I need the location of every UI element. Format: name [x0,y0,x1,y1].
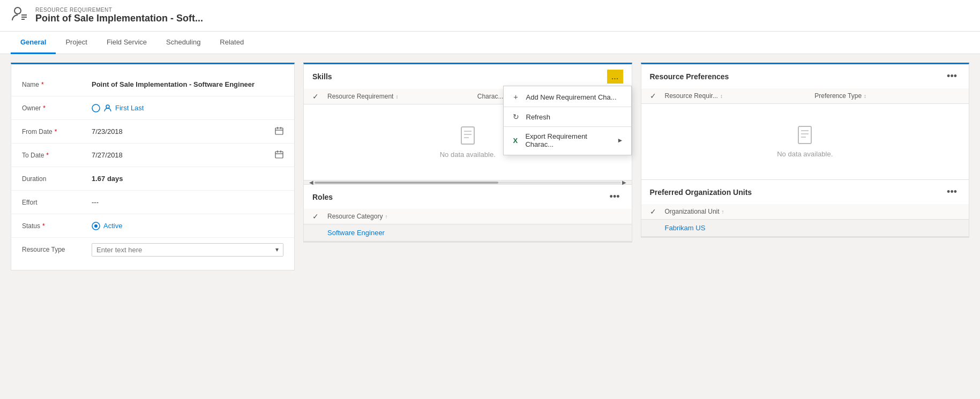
nav-tabs: General Project Field Service Scheduling… [0,32,980,54]
svg-point-15 [94,224,98,228]
scroll-right-icon[interactable]: ▶ [621,179,627,185]
preferred-org-units-grid-header: ✓ Organizational Unit ↑ [641,204,969,220]
field-row-duration: Duration 1.67 days [11,167,294,191]
value-effort: --- [92,198,283,206]
preferred-org-units-header: Preferred Organization Units ••• [641,180,969,204]
field-row-owner: Owner * First Last [11,96,294,120]
svg-rect-10 [275,152,283,158]
label-name: Name * [22,81,92,88]
scroll-track[interactable] [315,182,621,184]
roles-title: Roles [312,193,607,201]
resource-preferences-more-button[interactable]: ••• [944,70,960,83]
roles-sort-icon[interactable]: ↑ [385,214,387,220]
svg-point-0 [14,7,21,14]
value-duration: 1.67 days [92,175,283,183]
required-status: * [42,222,45,230]
calendar-from-icon[interactable] [275,126,283,137]
resource-type-input[interactable] [96,246,275,254]
top-bar-text: RESOURCE REQUIREMENT Point of Sale Imple… [35,7,203,24]
value-name: Point of Sale Implementation - Software … [92,80,283,88]
left-panel: Name * Point of Sale Implementation - So… [11,63,295,270]
resource-preferences-header: Resource Preferences ••• [641,64,969,88]
resource-requirement-icon [11,5,28,26]
tab-project[interactable]: Project [56,32,96,54]
refresh-icon: ↻ [511,112,521,121]
svg-rect-6 [275,128,283,134]
resource-preferences-no-data: No data available. [641,104,969,179]
required-from-date: * [55,128,57,135]
skills-check-all[interactable]: ✓ [312,92,323,101]
calendar-to-icon[interactable] [275,150,283,160]
field-row-status: Status * Active [11,214,294,238]
roles-col-resource-category[interactable]: Resource Category ↑ [327,213,623,220]
menu-add-new[interactable]: + Add New Requirement Cha... [504,88,631,106]
rp-col-preference-type[interactable]: Preference Type ↕ [814,92,960,100]
value-to-date: 7/27/2018 [92,151,275,159]
preferred-org-units-section: Preferred Organization Units ••• ✓ Organ… [641,180,969,237]
pou-col-org-unit[interactable]: Organizational Unit ↑ [665,208,961,215]
add-icon: + [511,93,521,101]
scroll-left-icon[interactable]: ◀ [308,179,315,185]
submenu-arrow-icon: ► [617,137,624,144]
field-row-effort: Effort --- [11,191,294,214]
roles-section: Roles ••• ✓ Resource Category ↑ Software… [304,185,632,242]
label-status: Status * [22,222,92,230]
roles-header: Roles ••• [304,185,632,209]
skills-sort-1-icon[interactable]: ↕ [395,94,398,100]
resource-preferences-section: Resource Preferences ••• ✓ Resource Requ… [641,64,969,180]
top-bar-title: Point of Sale Implementation - Soft... [35,13,203,24]
owner-circle-icon [92,104,100,112]
skills-context-menu[interactable]: + Add New Requirement Cha... ↻ Refresh X… [503,86,632,155]
pou-row-0[interactable]: Fabrikam US [641,220,969,237]
rp-sort-2-icon[interactable]: ↕ [864,93,866,99]
svg-rect-16 [461,127,474,144]
resource-preferences-grid-header: ✓ Resource Requir... ↕ Preference Type ↕ [641,88,969,104]
roles-check-all[interactable]: ✓ [312,212,323,221]
field-row-from-date: From Date * 7/23/2018 [11,120,294,144]
svg-rect-20 [798,126,811,144]
required-name: * [41,81,44,88]
pou-row-value-0[interactable]: Fabrikam US [665,224,706,232]
svg-point-5 [106,105,109,108]
rp-no-data-icon [796,125,813,145]
skills-scrollbar[interactable]: ◀ ▶ [304,180,632,184]
label-resource-type: Resource Type [22,246,92,253]
value-resource-type[interactable]: ▾ [92,243,283,257]
label-owner: Owner * [22,104,92,112]
rp-col-resource-req[interactable]: Resource Requir... ↕ [665,92,811,100]
scroll-thumb[interactable] [315,182,498,184]
resource-preferences-title: Resource Preferences [650,72,944,81]
skills-more-button[interactable]: ... [607,70,623,84]
tab-related[interactable]: Related [210,32,253,54]
required-owner: * [43,104,46,112]
status-active-icon [92,222,100,230]
value-status[interactable]: Active [92,222,283,230]
top-bar-label: RESOURCE REQUIREMENT [35,7,203,13]
roles-row-value-0[interactable]: Software Engineer [327,229,385,237]
field-row-to-date: To Date * 7/27/2018 [11,144,294,167]
preferred-org-units-more-button[interactable]: ••• [944,185,960,199]
roles-row-0[interactable]: Software Engineer [304,224,632,242]
rp-check-all[interactable]: ✓ [650,92,661,100]
resource-type-dropdown[interactable]: ▾ [92,243,283,257]
rp-sort-1-icon[interactable]: ↕ [720,93,723,99]
value-from-date: 7/23/2018 [92,127,275,135]
pou-check-all[interactable]: ✓ [650,207,661,216]
svg-point-4 [92,104,100,112]
roles-more-button[interactable]: ••• [607,190,623,204]
tab-scheduling[interactable]: Scheduling [156,32,210,54]
skills-section: Skills ... + Add New Requirement Cha... … [304,64,632,185]
required-to-date: * [46,152,49,159]
tab-general[interactable]: General [11,32,56,54]
label-to-date: To Date * [22,152,92,159]
pou-sort-icon[interactable]: ↑ [722,209,724,215]
label-duration: Duration [22,175,92,183]
label-from-date: From Date * [22,128,92,135]
menu-refresh[interactable]: ↻ Refresh [504,108,631,125]
value-owner[interactable]: First Last [92,104,283,112]
skills-col-resource-requirement[interactable]: Resource Requirement ↕ [327,93,473,100]
tab-field-service[interactable]: Field Service [97,32,156,54]
dropdown-arrow-icon: ▾ [275,246,279,253]
skills-no-data-icon [459,126,476,145]
menu-export[interactable]: X Export Requirement Charac... ► [504,128,631,153]
